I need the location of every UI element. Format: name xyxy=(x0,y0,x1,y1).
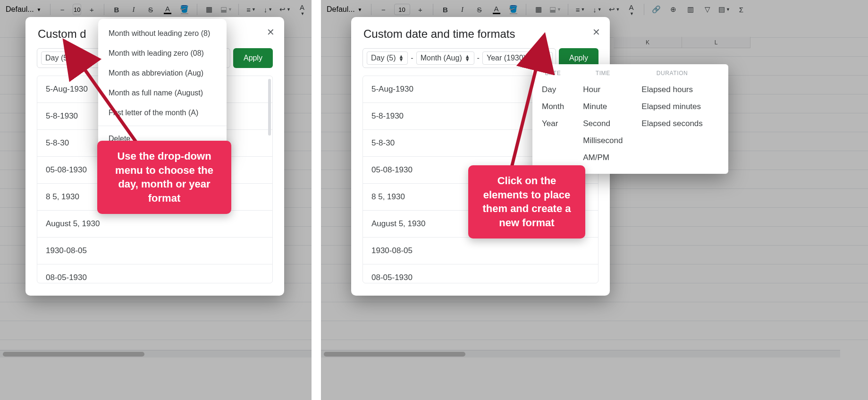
list-scrollbar[interactable] xyxy=(268,79,271,136)
element-option-elapsed-hours[interactable]: Elapsed hours xyxy=(641,81,702,98)
sample-row[interactable]: August 5, 1930 xyxy=(37,211,272,238)
sample-row[interactable]: 1930-08-05 xyxy=(363,238,598,264)
time-column: TIME Hour Minute Second Millisecond AM/P… xyxy=(583,70,623,166)
close-icon[interactable]: ✕ xyxy=(267,26,275,38)
sample-row[interactable]: 08-05-1930 xyxy=(363,264,598,283)
svg-line-1 xyxy=(510,64,537,175)
element-option-second[interactable]: Second xyxy=(583,115,623,132)
apply-button[interactable]: Apply xyxy=(233,48,273,68)
chip-day-label: Day (5) xyxy=(371,54,396,62)
duration-header: DURATION xyxy=(641,70,702,77)
element-option-ampm[interactable]: AM/PM xyxy=(583,149,623,166)
element-option-elapsed-seconds[interactable]: Elapsed seconds xyxy=(641,115,702,132)
chip-month[interactable]: Month (Aug) ▲▼ xyxy=(416,51,474,65)
element-option-hour[interactable]: Hour xyxy=(583,81,623,98)
callout-left: Use the drop-down menu to choose the day… xyxy=(97,141,231,214)
separator-dash: - xyxy=(477,54,480,62)
element-option-millisecond[interactable]: Millisecond xyxy=(583,132,623,149)
svg-line-0 xyxy=(82,65,139,146)
element-option-minute[interactable]: Minute xyxy=(583,98,623,115)
time-header: TIME xyxy=(583,70,623,77)
sample-row[interactable]: 1930-08-05 xyxy=(37,238,272,264)
dialog-title: Custom date and time formats xyxy=(351,17,610,45)
chip-day-label: Day (5) xyxy=(45,54,70,62)
chip-caret-icon[interactable]: ▲▼ xyxy=(398,55,404,61)
duration-column: DURATION Elapsed hours Elapsed minutes E… xyxy=(641,70,702,166)
chip-month-label: Month (Aug) xyxy=(421,54,462,62)
annotation-arrow-left xyxy=(73,57,168,151)
element-option-elapsed-minutes[interactable]: Elapsed minutes xyxy=(641,98,702,115)
month-option[interactable]: Month without leading zero (8) xyxy=(98,24,227,43)
sample-row[interactable]: 08-05-1930 xyxy=(37,264,272,283)
chip-caret-icon[interactable]: ▲▼ xyxy=(465,55,470,61)
chip-day[interactable]: Day (5) ▲▼ xyxy=(367,51,408,65)
close-icon[interactable]: ✕ xyxy=(592,26,600,38)
callout-right: Click on the elements to place them and … xyxy=(468,165,585,238)
separator-dash: - xyxy=(411,54,413,62)
